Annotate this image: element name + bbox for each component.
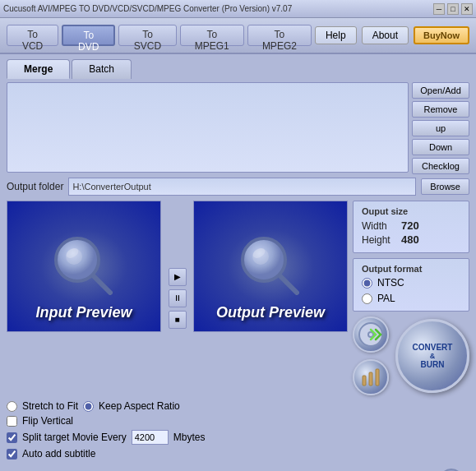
settings-icon-button[interactable] [353,359,389,395]
output-magnify-icon [238,233,303,299]
input-magnify-icon [51,233,117,299]
ntsc-label: NTSC [377,277,404,289]
title-text: Cucusoft AVI/MPEG TO DVD/VCD/SVCD/MPEG C… [3,4,292,13]
svg-point-10 [369,333,372,336]
output-folder-label: Output folder [7,181,63,192]
tab-merge[interactable]: Merge [7,59,70,79]
tools-icon [358,364,384,390]
pal-radio[interactable] [362,293,372,304]
about-button[interactable]: About [362,26,409,44]
down-button[interactable]: Down [412,139,469,155]
bottom-row: Shut down PC when done G [7,463,469,471]
stretch-aspect-row: Stretch to Fit Keep Aspect Ratio [7,400,469,412]
split-row: Split target Movie Every Mbytes [7,430,469,445]
title-controls: ─ □ ✕ [433,3,473,15]
keep-aspect-radio[interactable] [83,401,94,412]
subtitle-label: Auto add subtitle [22,448,95,459]
width-row: Width 720 [362,219,460,232]
gecko-icon: G [440,466,463,471]
input-preview-panel: Input Preview [7,201,161,332]
height-label: Height [362,234,396,246]
buynow-button[interactable]: BuyNow [414,26,469,44]
svg-rect-13 [376,369,379,386]
split-label: Split target Movie Every [22,432,127,443]
subtitle-row: Auto add subtitle [7,448,469,459]
nav-to-svcd[interactable]: To SVCD [118,25,176,46]
remove-button[interactable]: Remove [412,101,469,118]
close-button[interactable]: ✕ [461,3,473,15]
top-nav: To VCD To DVD To SVCD To MPEG1 To MPEG2 … [0,18,476,54]
ntsc-row: NTSC [362,277,460,289]
keep-aspect-label: Keep Aspect Ratio [99,400,180,412]
svg-line-2 [94,276,110,293]
output-format-box: Output format NTSC PAL [353,258,469,312]
title-bar: Cucusoft AVI/MPEG TO DVD/VCD/SVCD/MPEG C… [0,0,476,18]
output-preview-label: Output Preview [194,304,347,321]
convert-burn-button[interactable]: CONVERT & BURN [395,319,469,393]
file-list-buttons: Open/Add Remove up Down Checklog [412,82,469,174]
dvd-icon-button[interactable] [353,316,389,353]
height-row: Height 480 [362,233,460,246]
bottom-controls: Stretch to Fit Keep Aspect Ratio Flip Ve… [7,400,469,463]
pal-label: PAL [377,293,395,304]
browse-button[interactable]: Browse [421,178,469,195]
stretch-radio[interactable] [7,401,17,412]
nav-to-mpeg1[interactable]: To MPEG1 [180,25,244,46]
width-label: Width [362,220,396,232]
subtitle-checkbox[interactable] [7,449,17,459]
output-folder-input[interactable] [68,178,416,196]
pause-icon: ⏸ [173,293,182,302]
nav-to-dvd[interactable]: To DVD [62,25,115,46]
amp-label: & [430,352,436,360]
svg-line-6 [280,276,297,293]
format-radio-group: NTSC PAL [362,277,460,306]
output-preview-panel: Output Preview [193,201,348,332]
stop-button[interactable]: ■ [169,311,187,329]
svg-rect-12 [369,372,372,386]
split-value-input[interactable] [132,430,169,445]
height-value: 480 [401,233,419,246]
stretch-label: Stretch to Fit [22,400,78,412]
pause-button[interactable]: ⏸ [169,289,187,307]
burn-label: BURN [421,360,445,369]
output-size-box: Ouput size Width 720 Height 480 [353,201,469,253]
file-list-container: Open/Add Remove up Down Checklog [7,82,469,174]
split-checkbox[interactable] [7,432,17,443]
flip-label: Flip Vertical [22,415,73,427]
help-button[interactable]: Help [315,26,357,44]
tab-bar: Merge Batch [0,54,476,79]
minimize-button[interactable]: ─ [433,3,445,15]
output-format-title: Output format [362,264,460,274]
output-size-title: Ouput size [362,206,460,216]
tab-batch[interactable]: Batch [72,59,132,79]
dvd-icon [358,321,384,348]
file-list[interactable] [7,82,409,173]
playback-controls: ▶ ⏸ ■ [166,201,188,395]
up-button[interactable]: up [412,120,469,136]
maximize-button[interactable]: □ [447,3,459,15]
convert-label: CONVERT [413,343,453,352]
flip-row: Flip Vertical [7,415,469,427]
nav-to-vcd[interactable]: To VCD [7,25,58,46]
main-content: Open/Add Remove up Down Checklog Output … [0,79,476,471]
nav-to-mpeg2[interactable]: To MPEG2 [247,25,312,46]
open-add-button[interactable]: Open/Add [412,82,469,99]
options-panel: Stretch to Fit Keep Aspect Ratio Flip Ve… [7,400,469,463]
preview-section: Input Preview ▶ ⏸ ■ [7,201,469,395]
output-folder-row: Output folder Browse [7,178,469,196]
split-unit: Mbytes [173,432,206,443]
ntsc-radio[interactable] [362,278,372,289]
input-preview-label: Input Preview [7,304,160,321]
pal-row: PAL [362,293,460,304]
svg-rect-11 [363,376,366,386]
checklog-button[interactable]: Checklog [412,158,469,174]
play-button[interactable]: ▶ [169,268,187,286]
width-value: 720 [401,219,419,232]
nav-right: Help About BuyNow [315,26,469,44]
flip-checkbox[interactable] [7,416,17,427]
